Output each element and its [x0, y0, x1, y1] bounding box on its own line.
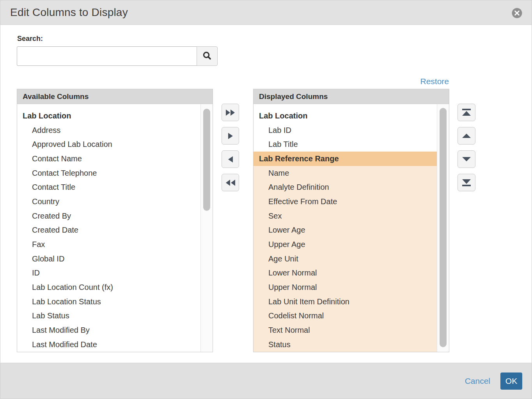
column-item-row[interactable]: Contact Name [17, 152, 200, 166]
available-columns-list: Lab LocationAddressApproved Lab Location… [17, 104, 200, 352]
move-up-icon [462, 133, 471, 138]
displayed-columns-header: Displayed Columns [254, 89, 449, 104]
dialog-title: Edit Columns to Display [10, 6, 128, 19]
column-item-row[interactable]: Last Modified Date [17, 337, 200, 352]
displayed-scrollbar-track[interactable] [437, 104, 449, 352]
column-item-row[interactable]: Upper Normal [254, 280, 437, 295]
move-to-bottom-button[interactable] [458, 174, 475, 191]
close-icon [512, 8, 522, 18]
available-columns-header: Available Columns [17, 89, 213, 104]
move-all-left-icon [225, 179, 236, 186]
move-to-bottom-icon [462, 179, 471, 186]
column-item-row[interactable]: ID [17, 266, 200, 281]
column-item-row[interactable]: Created Date [17, 223, 200, 238]
column-item-row[interactable]: Global ID [17, 252, 200, 266]
available-scrollbar-thumb[interactable] [203, 109, 210, 211]
column-item-row[interactable]: Lower Normal [254, 266, 437, 281]
column-item-row[interactable]: Lower Age [254, 223, 437, 238]
move-right-icon [228, 132, 233, 139]
move-down-icon [462, 157, 471, 162]
cancel-button[interactable]: Cancel [465, 376, 490, 386]
move-all-left-button[interactable] [222, 174, 239, 191]
column-item-row[interactable]: Lab Unit Item Definition [254, 295, 437, 309]
column-item-row[interactable]: Sex [254, 209, 437, 223]
column-item-row[interactable]: Contact Telephone [17, 166, 200, 180]
displayed-scrollbar-thumb[interactable] [440, 108, 447, 347]
edit-columns-dialog: Edit Columns to Display Search: Restore … [0, 0, 532, 399]
search-button[interactable] [197, 46, 218, 66]
column-item-row[interactable]: Address [17, 123, 200, 138]
column-item-row[interactable]: Name [254, 166, 437, 180]
move-right-button[interactable] [222, 127, 239, 145]
column-item-row[interactable]: Fax [17, 237, 200, 252]
restore-link[interactable]: Restore [420, 77, 449, 86]
dialog-footer: Cancel OK [0, 363, 532, 399]
move-to-top-icon [462, 109, 471, 116]
column-item-row[interactable]: Codelist Normal [254, 309, 437, 323]
move-up-button[interactable] [458, 127, 475, 145]
column-item-row[interactable]: Lab Location Status [17, 295, 200, 309]
ok-button[interactable]: OK [500, 373, 522, 390]
dialog-titlebar: Edit Columns to Display [0, 0, 532, 25]
column-item-row[interactable]: Lab ID [254, 123, 437, 138]
column-item-row[interactable]: Lab Location Count (fx) [17, 280, 200, 295]
column-group-row[interactable]: Lab Location [17, 109, 200, 123]
move-all-right-button[interactable] [222, 104, 239, 121]
column-item-row[interactable]: Contact Title [17, 180, 200, 194]
column-item-row[interactable]: Country [17, 194, 200, 209]
displayed-columns-list: Lab LocationLab IDLab TitleLab Reference… [254, 104, 437, 352]
move-all-right-icon [225, 109, 236, 116]
search-input[interactable] [17, 46, 197, 66]
column-item-row[interactable]: Created By [17, 209, 200, 223]
column-item-row[interactable]: Status [254, 337, 437, 352]
column-item-row[interactable]: Text Normal [254, 323, 437, 337]
available-columns-panel: Available Columns Lab LocationAddressApp… [17, 89, 213, 352]
search-label: Search: [17, 35, 43, 43]
displayed-columns-panel: Displayed Columns Lab LocationLab IDLab … [253, 89, 449, 352]
move-left-button[interactable] [222, 150, 239, 168]
close-button[interactable] [512, 8, 522, 18]
column-group-row[interactable]: Lab Reference Range [254, 152, 437, 166]
column-item-row[interactable]: Approved Lab Location [17, 137, 200, 152]
available-scrollbar-track[interactable] [200, 104, 213, 352]
move-to-top-button[interactable] [458, 104, 475, 121]
column-item-row[interactable]: Last Modified By [17, 323, 200, 337]
column-item-row[interactable]: Upper Age [254, 237, 437, 252]
column-item-row[interactable]: Analyte Definition [254, 180, 437, 194]
move-down-button[interactable] [458, 150, 475, 168]
column-item-row[interactable]: Effective From Date [254, 194, 437, 209]
column-group-row[interactable]: Lab Location [254, 109, 437, 123]
column-item-row[interactable]: Age Unit [254, 252, 437, 266]
search-icon [202, 51, 212, 61]
column-item-row[interactable]: Lab Title [254, 137, 437, 152]
move-left-icon [228, 156, 233, 163]
column-item-row[interactable]: Lab Status [17, 309, 200, 323]
